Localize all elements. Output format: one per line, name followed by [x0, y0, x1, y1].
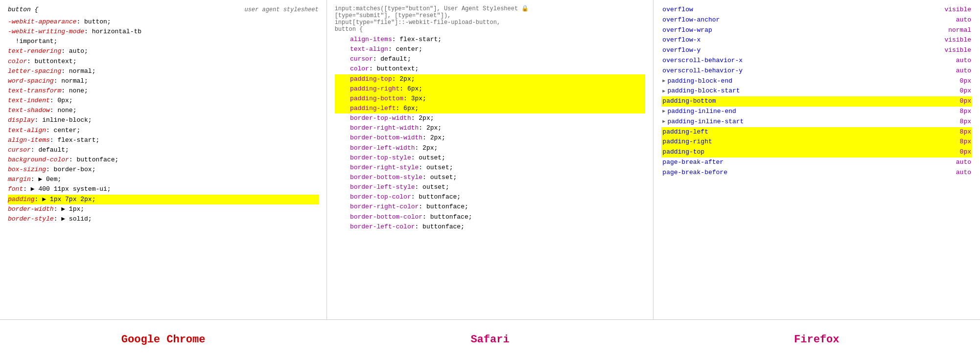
firefox-val: visible — [944, 5, 971, 15]
firefox-val: normal — [948, 25, 971, 36]
safari-line: border-bottom-color: buttonface; — [335, 212, 646, 222]
safari-line: border-bottom-width: 2px; — [335, 133, 646, 143]
firefox-val: 0px — [960, 147, 971, 157]
safari-line: border-left-color: buttonface; — [335, 222, 646, 232]
safari-line: border-left-style: outset; — [335, 182, 646, 192]
firefox-prop: overflow-x — [662, 35, 700, 45]
firefox-val: 8px — [960, 137, 971, 147]
safari-code-lines: align-items: flex-start; text-align: cen… — [335, 35, 646, 232]
safari-line: border-right-width: 2px; — [335, 123, 646, 133]
safari-header: input:matches([type="button"], User Agen… — [335, 5, 646, 33]
chrome-panel: button { user agent stylesheet -webkit-a… — [0, 0, 327, 319]
firefox-row: ▶padding-block-end0px — [661, 76, 972, 87]
chrome-line: align-items: flex-start; — [8, 135, 319, 145]
chrome-line: text-rendering: auto; — [8, 46, 319, 56]
firefox-prop: padding-left — [662, 127, 708, 137]
firefox-val: 8px — [960, 107, 971, 117]
safari-panel: input:matches([type="button"], User Agen… — [327, 0, 654, 319]
firefox-row: padding-left8px — [661, 127, 972, 137]
safari-line: padding-bottom: 3px; — [335, 94, 646, 104]
footer: Google Chrome Safari Firefox — [0, 320, 980, 359]
firefox-row: overscroll-behavior-yauto — [661, 66, 972, 76]
firefox-row: padding-top0px — [661, 147, 972, 157]
footer-safari: Safari — [327, 334, 653, 346]
chrome-line: text-transform: none; — [8, 86, 319, 96]
safari-line: border-top-style: outset; — [335, 153, 646, 163]
chrome-line: text-align: center; — [8, 126, 319, 135]
firefox-row: ▶padding-inline-end8px — [661, 107, 972, 117]
chrome-line: font: ▶ 400 11px system-ui; — [8, 184, 319, 194]
chrome-line: text-shadow: none; — [8, 106, 319, 115]
firefox-val: visible — [944, 35, 971, 45]
firefox-prop: padding-right — [662, 137, 712, 147]
firefox-row: padding-right8px — [661, 137, 972, 147]
firefox-val: auto — [956, 168, 971, 178]
chrome-line: letter-spacing: normal; — [8, 67, 319, 76]
firefox-row: ▶padding-inline-start8px — [661, 117, 972, 127]
chrome-line: background-color: buttonface; — [8, 155, 319, 165]
safari-line: border-top-width: 2px; — [335, 113, 646, 123]
firefox-row: overflowvisible — [661, 5, 972, 15]
safari-line: border-right-style: outset; — [335, 163, 646, 173]
firefox-val: 0px — [960, 86, 971, 96]
firefox-val: auto — [956, 56, 971, 66]
chrome-line: -webkit-writing-mode: horizontal-tb — [8, 27, 319, 37]
firefox-prop: overflow — [662, 5, 693, 15]
firefox-val: auto — [956, 15, 971, 25]
firefox-row: padding-bottom0px — [661, 96, 972, 107]
safari-line: padding-top: 2px; — [335, 74, 646, 84]
firefox-row: overflow-yvisible — [661, 45, 972, 56]
safari-line: border-top-color: buttonface; — [335, 192, 646, 202]
chrome-line: box-sizing: border-box; — [8, 165, 319, 175]
chrome-line: color: buttontext; — [8, 57, 319, 67]
firefox-row: page-break-beforeauto — [661, 168, 972, 178]
firefox-row: overflow-anchorauto — [661, 15, 972, 25]
firefox-prop: overscroll-behavior-y — [662, 66, 743, 76]
firefox-row: overscroll-behavior-xauto — [661, 56, 972, 66]
firefox-rows: overflowvisibleoverflow-anchorautooverfl… — [661, 5, 972, 178]
chrome-header: user agent stylesheet — [244, 6, 318, 13]
firefox-row: ▶padding-block-start0px — [661, 86, 972, 96]
footer-chrome: Google Chrome — [0, 334, 327, 346]
firefox-row: overflow-wrapnormal — [661, 25, 972, 36]
firefox-prop: ▶padding-inline-end — [662, 107, 736, 117]
footer-firefox: Firefox — [653, 334, 980, 346]
firefox-val: 8px — [960, 117, 971, 127]
chrome-line: -webkit-appearance: button; — [8, 17, 319, 27]
firefox-val: 0px — [960, 96, 971, 107]
chrome-line: border-width: ▶ 1px; — [8, 204, 319, 214]
firefox-prop: ▶padding-block-end — [662, 76, 732, 87]
safari-line: padding-right: 6px; — [335, 84, 646, 94]
chrome-line: display: inline-block; — [8, 115, 319, 125]
firefox-prop: padding-bottom — [662, 96, 716, 107]
safari-line: text-align: center; — [335, 45, 646, 54]
chrome-selector: button { — [8, 5, 38, 15]
firefox-prop: padding-top — [662, 147, 704, 157]
firefox-prop: ▶padding-block-start — [662, 86, 740, 96]
safari-line: border-bottom-style: outset; — [335, 173, 646, 182]
chrome-line: padding: ▶ 1px 7px 2px; — [8, 195, 319, 204]
firefox-val: auto — [956, 66, 971, 76]
firefox-val: 8px — [960, 127, 971, 137]
chrome-line: cursor: default; — [8, 145, 319, 155]
safari-line: color: buttontext; — [335, 64, 646, 74]
firefox-val: visible — [944, 45, 971, 56]
firefox-panel: overflowvisibleoverflow-anchorautooverfl… — [653, 0, 980, 319]
firefox-prop: overflow-anchor — [662, 15, 720, 25]
firefox-val: auto — [956, 157, 971, 168]
chrome-line: margin: ▶ 0em; — [8, 175, 319, 184]
firefox-val: 0px — [960, 76, 971, 87]
firefox-prop: page-break-before — [662, 168, 727, 178]
safari-line: align-items: flex-start; — [335, 35, 646, 45]
safari-line: border-right-color: buttonface; — [335, 202, 646, 212]
chrome-line: !important; — [8, 37, 319, 46]
safari-line: border-left-width: 2px; — [335, 143, 646, 153]
firefox-prop: page-break-after — [662, 157, 723, 168]
chrome-code-lines: -webkit-appearance: button;-webkit-writi… — [8, 17, 319, 224]
safari-line: padding-left: 6px; — [335, 104, 646, 113]
safari-line: cursor: default; — [335, 54, 646, 64]
firefox-prop: overflow-wrap — [662, 25, 712, 36]
chrome-line: text-indent: 0px; — [8, 96, 319, 106]
firefox-prop: ▶padding-inline-start — [662, 117, 744, 127]
firefox-row: page-break-afterauto — [661, 157, 972, 168]
